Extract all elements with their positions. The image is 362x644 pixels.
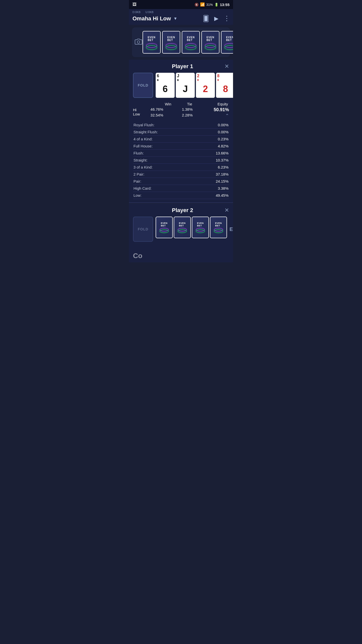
- battery-icon: 🔋: [214, 3, 218, 7]
- bet-cards-row: EVENBET EVENBET EVENBET EVENBET: [143, 31, 233, 54]
- card-1-suit: ♠: [157, 78, 173, 82]
- player2-title: Player 2: [141, 207, 224, 214]
- title-group: Omaha Hi Low ▼: [132, 15, 177, 22]
- card-4-suit: ♦: [217, 78, 233, 82]
- breakdown-pair: Pair: 24.15%: [133, 178, 229, 185]
- card-2-rank: J: [177, 74, 194, 78]
- dropdown-arrow-icon[interactable]: ▼: [173, 16, 177, 21]
- bet-card-4-label: EVENBET: [206, 36, 214, 42]
- status-right: 🔇 📶 31% 🔋 13:55: [195, 2, 230, 7]
- section-divider: [129, 203, 233, 203]
- hand-breakdown: Royal Flush: 0.00% Straight Flush: 0.00%…: [133, 122, 229, 199]
- equity-chevron[interactable]: ⌃: [209, 113, 229, 118]
- bet-card-4[interactable]: EVENBET: [201, 31, 219, 54]
- bottom-label: Co: [133, 252, 142, 260]
- hi-win: 46.76%: [148, 107, 166, 112]
- player1-card-2[interactable]: J ♠ J: [176, 73, 195, 98]
- bottom-partial: Co: [129, 249, 233, 262]
- win-header: Win: [165, 102, 171, 106]
- breakdown-straight: Straight: 10.37%: [133, 157, 229, 164]
- player1-stats: Win Tie Equity Hi Low 46.76% 1.38% 50.91…: [133, 102, 229, 199]
- app-title: Omaha Hi Low: [132, 15, 171, 22]
- bet-card-3-label: EVENBET: [187, 36, 195, 42]
- breakdown-full-house: Full House: 4.82%: [133, 143, 229, 150]
- hi-low-stats: 46.76% 1.38% 50.91% 32.54% 2.28% ⌃: [148, 107, 229, 119]
- hi-label: Hi: [133, 108, 148, 112]
- card-1-rank: 6: [157, 74, 173, 78]
- bet-card-2[interactable]: EVENBET: [162, 31, 180, 54]
- p2-bet-card-4[interactable]: EVENBET: [210, 217, 227, 238]
- player1-card-1[interactable]: 6 ♠ 6: [156, 73, 175, 98]
- photo-icon: 🖼: [132, 2, 137, 7]
- bet-card-5[interactable]: EVENBET: [221, 31, 233, 54]
- status-bar: 🖼 🔇 📶 31% 🔋 13:55: [129, 0, 233, 9]
- upload-stat: U:0KB: [146, 11, 154, 14]
- card-3-center: 2: [197, 82, 214, 97]
- breakdown-royal-flush: Royal Flush: 0.00%: [133, 122, 229, 129]
- player1-header: Player 1 ✕: [133, 63, 229, 70]
- hi-low-labels: Hi Low: [133, 107, 148, 116]
- svg-point-0: [137, 41, 140, 43]
- bet-card-1[interactable]: EVENBET: [143, 31, 161, 54]
- p2-bet-card-1[interactable]: EVENBET: [156, 217, 173, 238]
- player2-header: Player 2 ✕: [133, 207, 229, 214]
- breakdown-high-card: High Card: 3.38%: [133, 185, 229, 192]
- player2-cards-area: FOLD EVENBET EVENBET EVENBET: [133, 217, 229, 242]
- camera-icon[interactable]: [134, 38, 143, 47]
- player2-ev-label: EV: [230, 226, 233, 232]
- bet-card-2-label: EVENBET: [167, 36, 175, 42]
- p2-bet-card-3[interactable]: EVENBET: [192, 217, 209, 238]
- low-label: Low: [133, 112, 148, 116]
- player2-hand-cards: EVENBET EVENBET EVENBET: [156, 217, 227, 238]
- card-3-rank: 2: [197, 74, 214, 78]
- hi-low-section: Hi Low 46.76% 1.38% 50.91% 32.54% 2.28% …: [133, 107, 229, 119]
- low-tie: 2.28%: [178, 113, 196, 118]
- player1-section: Player 1 ✕ FOLD 6 ♠ 6 J ♠ J 2 ♦ 2: [129, 60, 233, 203]
- top-bar-actions: 🂠 ▶ ⋮: [203, 15, 230, 22]
- card-2-suit: ♠: [177, 78, 194, 82]
- breakdown-two-pair: 2 Pair: 37.18%: [133, 171, 229, 178]
- hi-row: 46.76% 1.38% 50.91%: [148, 107, 229, 112]
- equity-header: Equity: [217, 102, 228, 106]
- status-left: 🖼: [132, 2, 137, 7]
- bet-card-3[interactable]: EVENBET: [182, 31, 200, 54]
- download-stat: D:0KB: [132, 11, 141, 14]
- bet-card-5-label: EVENBET: [226, 36, 233, 42]
- card-2-center: J: [177, 82, 194, 97]
- breakdown-straight-flush: Straight Flush: 0.00%: [133, 129, 229, 136]
- breakdown-four-of-kind: 4 of a Kind: 0.23%: [133, 136, 229, 143]
- equity-col: 50.91%: [209, 107, 229, 112]
- low-row: 32.54% 2.28% ⌃: [148, 113, 229, 118]
- more-options-icon[interactable]: ⋮: [223, 15, 230, 22]
- card-1-center: 6: [157, 82, 173, 97]
- breakdown-flush: Flush: 13.66%: [133, 150, 229, 157]
- card-3-suit: ♦: [197, 78, 214, 82]
- top-bar: D:0KB U:0KB Omaha Hi Low ▼ 🂠 ▶ ⋮: [129, 9, 233, 25]
- player1-cards-area: FOLD 6 ♠ 6 J ♠ J 2 ♦ 2 8 ♦: [133, 73, 229, 98]
- low-win: 32.54%: [148, 113, 166, 118]
- p2-bet-card-2[interactable]: EVENBET: [174, 217, 191, 238]
- player1-hand: 6 ♠ 6 J ♠ J 2 ♦ 2 8 ♦ 8: [156, 73, 233, 98]
- top-bar-main: Omaha Hi Low ▼ 🂠 ▶ ⋮: [132, 15, 230, 22]
- mute-icon: 🔇: [195, 3, 199, 7]
- player2-section: Player 2 ✕ FOLD EVENBET EVENBET EVENBET: [129, 204, 233, 249]
- hi-tie: 1.38%: [178, 107, 196, 112]
- player1-fold-button[interactable]: FOLD: [133, 73, 153, 98]
- equity-value: 50.91%: [214, 107, 229, 112]
- stats-header: Win Tie Equity: [133, 102, 229, 106]
- battery-percent: 31%: [206, 3, 213, 7]
- play-button[interactable]: ▶: [214, 15, 218, 22]
- player1-card-3[interactable]: 2 ♦ 2: [196, 73, 215, 98]
- data-stats: D:0KB U:0KB: [132, 11, 230, 14]
- player2-close-icon[interactable]: ✕: [224, 207, 229, 214]
- card-4-rank: 8: [217, 74, 233, 78]
- bet-card-1-label: EVENBET: [148, 36, 155, 42]
- player1-card-4[interactable]: 8 ♦ 8: [216, 73, 233, 98]
- bet-section: EVENBET EVENBET EVENBET EVENBET: [132, 27, 230, 57]
- player1-close-icon[interactable]: ✕: [224, 63, 229, 70]
- time-display: 13:55: [220, 3, 230, 7]
- cards-icon[interactable]: 🂠: [203, 15, 209, 22]
- player1-title: Player 1: [141, 63, 224, 70]
- breakdown-low: Low: 49.45%: [133, 192, 229, 199]
- player2-fold-button[interactable]: FOLD: [133, 217, 153, 242]
